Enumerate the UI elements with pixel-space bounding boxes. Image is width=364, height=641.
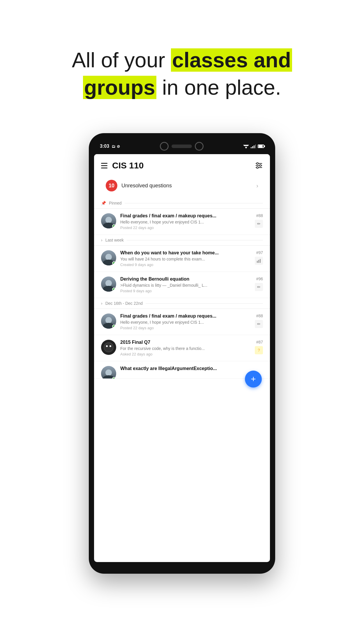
- post-title: 2015 Final Q7: [120, 340, 251, 345]
- post-meta: #97: [255, 250, 263, 265]
- expand-chevron: ›: [101, 238, 103, 242]
- phone-screen: CIS 110 10 Unresolved questions: [94, 154, 270, 562]
- hero-highlight-1: classes and: [171, 48, 292, 72]
- dec-section-header[interactable]: › Dec 16th - Dec 22nd: [94, 298, 270, 309]
- fab-plus-icon: +: [251, 374, 256, 384]
- post-number: #88: [256, 213, 263, 218]
- post-date: Posted 22 days ago: [120, 226, 251, 230]
- pin-icon: 📌: [101, 201, 106, 205]
- home-pill: [172, 145, 192, 148]
- battery-icon: [258, 145, 264, 148]
- post-title: Deriving the Bernoulli equation: [120, 277, 251, 282]
- hero-plain-1: All of your: [72, 48, 171, 72]
- avatar: [101, 277, 116, 292]
- hero-section: All of your classes and groups in one pl…: [72, 23, 292, 119]
- camera-dot-left: [160, 142, 169, 151]
- wifi-icon: [243, 144, 249, 148]
- post-edit-icon: ✏: [255, 320, 263, 328]
- post-item-cutoff[interactable]: What exactly are IllegalArgumentExceptio…: [94, 361, 270, 379]
- svg-point-7: [257, 163, 258, 164]
- status-right: [243, 144, 264, 148]
- pinned-section-header: 📌 Pinned: [94, 198, 270, 209]
- app-header: CIS 110: [94, 154, 270, 176]
- unresolved-label: Unresolved questions: [121, 183, 172, 189]
- post-question-icon: ?: [255, 346, 263, 354]
- header-left: CIS 110: [101, 161, 144, 170]
- post-preview: >Fluid dynamics is litty — _Daniel Berno…: [120, 283, 251, 288]
- sync-icon: ⊘: [117, 144, 120, 149]
- post-item[interactable]: Final grades / final exam / makeup reque…: [94, 309, 270, 335]
- post-number: #97: [256, 250, 263, 255]
- fab-button[interactable]: +: [245, 371, 262, 388]
- signal-bars: [251, 144, 256, 148]
- avatar: [101, 340, 116, 355]
- post-title: Final grades / final exam / makeup reque…: [120, 314, 251, 319]
- avatar: [101, 314, 116, 329]
- post-meta: #87 ?: [255, 340, 263, 354]
- dec-chevron: ›: [101, 301, 103, 306]
- battery-fill: [259, 145, 263, 147]
- post-date: Posted 22 days ago: [120, 326, 251, 330]
- post-meta: #96 ✏: [255, 277, 263, 291]
- post-edit-icon: ✏: [255, 220, 263, 228]
- post-title-cutoff: What exactly are IllegalArgumentExceptio…: [120, 366, 263, 371]
- status-time: 3:03: [100, 144, 109, 149]
- post-content: Deriving the Bernoulli equation >Fluid d…: [120, 277, 251, 293]
- svg-rect-11: [258, 260, 259, 263]
- avatar: [101, 213, 116, 228]
- post-content: Final grades / final exam / makeup reque…: [120, 213, 251, 230]
- hero-plain-2: in one place.: [156, 76, 281, 99]
- hero-highlight-2: groups: [83, 76, 156, 99]
- svg-point-8: [259, 165, 261, 166]
- post-number: #88: [256, 314, 263, 318]
- camera-dot-right: [195, 142, 204, 151]
- sim-icon: 🗂: [112, 144, 115, 149]
- post-content: What exactly are IllegalArgumentExceptio…: [120, 366, 263, 372]
- filter-button[interactable]: [255, 161, 263, 170]
- status-icons-left: 🗂 ⊘: [112, 144, 120, 149]
- post-edit-icon: ✏: [255, 283, 263, 291]
- post-number: #87: [256, 340, 263, 344]
- unresolved-chevron: ›: [256, 182, 258, 189]
- post-meta: #88 ✏: [255, 314, 263, 328]
- app-title: CIS 110: [112, 161, 144, 170]
- pinned-label: Pinned: [109, 201, 122, 205]
- unresolved-banner[interactable]: 10 Unresolved questions ›: [99, 176, 265, 196]
- post-preview: For the recursive code, why is there a f…: [120, 346, 251, 351]
- post-meta: #88 ✏: [255, 213, 263, 228]
- svg-point-9: [257, 167, 258, 168]
- svg-rect-12: [260, 259, 261, 263]
- post-item[interactable]: Final grades / final exam / makeup reque…: [94, 209, 270, 235]
- post-item[interactable]: 2015 Final Q7 For the recursive code, wh…: [94, 335, 270, 361]
- status-left: 3:03 🗂 ⊘: [100, 144, 120, 149]
- post-preview: Hello everyone, I hope you've enjoyed CI…: [120, 220, 251, 224]
- post-number: #96: [256, 277, 263, 281]
- status-bar: 3:03 🗂 ⊘: [94, 140, 270, 154]
- post-date: Posted 9 days ago: [120, 289, 251, 293]
- dec-range-label: Dec 16th - Dec 22nd: [105, 301, 143, 306]
- last-week-label: Last week: [105, 238, 124, 242]
- post-content: 2015 Final Q7 For the recursive code, wh…: [120, 340, 251, 356]
- avatar: [101, 366, 116, 379]
- post-preview: Hello everyone, I hope you've enjoyed CI…: [120, 320, 251, 325]
- status-center: [160, 142, 204, 151]
- post-preview: You will have 24 hours to complete this …: [120, 257, 251, 261]
- post-item[interactable]: When do you want to have your take home.…: [94, 246, 270, 272]
- hamburger-menu[interactable]: [101, 163, 107, 168]
- post-title: Final grades / final exam / makeup reque…: [120, 213, 251, 219]
- avatar: [101, 250, 116, 265]
- svg-rect-10: [257, 261, 258, 263]
- phone-frame: 3:03 🗂 ⊘: [89, 133, 275, 574]
- post-item[interactable]: Deriving the Bernoulli equation >Fluid d…: [94, 272, 270, 298]
- unresolved-left: 10 Unresolved questions: [106, 180, 172, 191]
- post-content: When do you want to have your take home.…: [120, 250, 251, 267]
- unresolved-badge: 10: [106, 180, 117, 191]
- post-date: Asked 22 days ago: [120, 352, 251, 356]
- hero-text: All of your classes and groups in one pl…: [72, 47, 292, 101]
- post-poll-icon: [255, 257, 263, 265]
- post-date: Created 9 days ago: [120, 263, 251, 267]
- last-week-section-header[interactable]: › Last week: [94, 235, 270, 246]
- post-content: Final grades / final exam / makeup reque…: [120, 314, 251, 330]
- post-title: When do you want to have your take home.…: [120, 250, 251, 256]
